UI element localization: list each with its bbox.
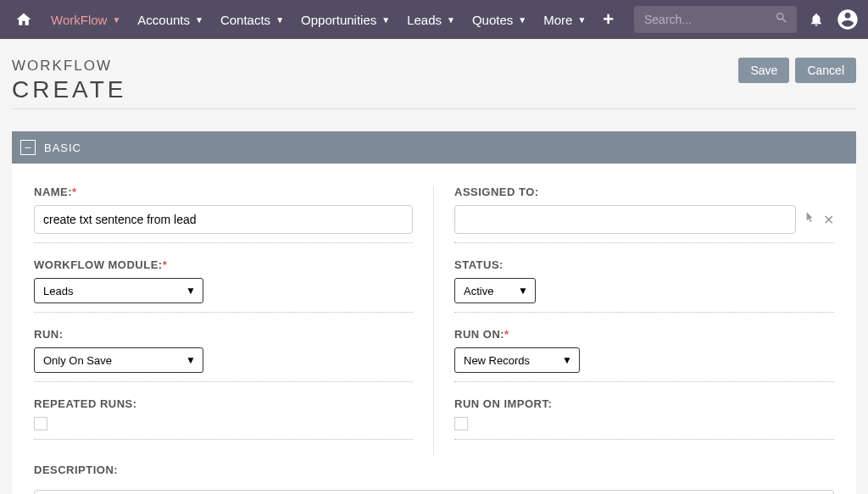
nav-opportunities-label: Opportunities (301, 13, 376, 27)
status-select[interactable]: Active ▼ (454, 278, 536, 303)
chevron-down-icon: ▼ (112, 15, 120, 25)
nav-workflow-label: WorkFlow (51, 13, 107, 27)
divider (34, 312, 413, 313)
section-header-basic: − BASIC (12, 131, 856, 164)
workflow-module-value: Leads (43, 285, 73, 297)
clear-icon[interactable]: ✕ (823, 212, 834, 228)
description-textarea[interactable] (34, 490, 834, 494)
workflow-module-label: WORKFLOW MODULE:* (34, 258, 413, 271)
run-label: RUN: (34, 328, 413, 341)
nav-accounts[interactable]: Accounts ▼ (129, 0, 212, 39)
status-value: Active (464, 285, 493, 297)
description-section: DESCRIPTION: (12, 463, 856, 494)
header-divider (12, 108, 856, 109)
run-on-select[interactable]: New Records ▼ (454, 347, 580, 373)
home-icon[interactable] (15, 11, 32, 28)
run-on-value: New Records (464, 354, 530, 367)
run-on-import-label: RUN ON IMPORT: (454, 397, 834, 410)
top-navigation: WorkFlow ▼ Accounts ▼ Contacts ▼ Opportu… (0, 0, 868, 39)
chevron-down-icon: ▼ (381, 15, 390, 25)
cursor-icon[interactable] (803, 211, 816, 228)
run-value: Only On Save (43, 354, 112, 367)
status-label: STATUS: (454, 258, 834, 271)
form-body: NAME:* WORKFLOW MODULE:* Leads ▼ RUN: On… (12, 164, 856, 463)
divider (454, 312, 834, 313)
assigned-to-label: ASSIGNED TO: (454, 186, 834, 198)
cancel-button[interactable]: Cancel (795, 58, 856, 83)
chevron-down-icon: ▼ (275, 15, 284, 25)
nav-quotes-label: Quotes (472, 13, 513, 27)
chevron-down-icon: ▼ (447, 15, 455, 25)
add-button[interactable]: + (594, 8, 622, 31)
divider (34, 439, 413, 440)
workflow-module-select[interactable]: Leads ▼ (34, 278, 203, 303)
divider (34, 381, 413, 382)
collapse-button[interactable]: − (20, 140, 36, 155)
name-input[interactable] (34, 205, 413, 234)
nav-leads-label: Leads (407, 13, 442, 27)
search-wrap (634, 6, 797, 33)
chevron-down-icon: ▼ (518, 15, 526, 25)
page-title: CREATE (12, 76, 738, 103)
divider (454, 381, 834, 382)
user-avatar-icon[interactable] (836, 8, 860, 31)
chevron-down-icon: ▼ (562, 354, 572, 366)
name-label: NAME:* (34, 186, 413, 198)
divider (454, 439, 834, 440)
nav-contacts-label: Contacts (220, 13, 270, 27)
page-supertitle: WORKFLOW (12, 58, 738, 75)
nav-more[interactable]: More ▼ (535, 0, 594, 39)
chevron-down-icon: ▼ (195, 15, 203, 25)
nav-workflow[interactable]: WorkFlow ▼ (42, 0, 129, 39)
chevron-down-icon: ▼ (186, 354, 196, 366)
assigned-to-input[interactable] (454, 205, 796, 234)
search-icon[interactable] (775, 11, 788, 28)
search-input[interactable] (634, 6, 797, 33)
divider (454, 242, 834, 243)
nav-accounts-label: Accounts (137, 13, 190, 27)
chevron-down-icon: ▼ (186, 285, 196, 297)
divider (34, 242, 413, 243)
nav-more-label: More (543, 13, 572, 27)
nav-contacts[interactable]: Contacts ▼ (212, 0, 292, 39)
section-title: BASIC (44, 142, 81, 154)
description-label: DESCRIPTION: (34, 463, 834, 476)
run-on-label: RUN ON:* (454, 328, 834, 341)
nav-leads[interactable]: Leads ▼ (398, 0, 464, 39)
repeated-runs-label: REPEATED RUNS: (34, 397, 413, 410)
run-select[interactable]: Only On Save ▼ (34, 347, 203, 373)
page-header: WORKFLOW CREATE Save Cancel (0, 39, 868, 103)
notifications-icon[interactable] (809, 12, 824, 27)
run-on-import-checkbox[interactable] (454, 417, 468, 430)
nav-quotes[interactable]: Quotes ▼ (464, 0, 535, 39)
save-button[interactable]: Save (738, 58, 789, 83)
chevron-down-icon: ▼ (577, 15, 586, 25)
repeated-runs-checkbox[interactable] (34, 417, 47, 430)
nav-opportunities[interactable]: Opportunities ▼ (292, 0, 398, 39)
chevron-down-icon: ▼ (518, 285, 528, 297)
